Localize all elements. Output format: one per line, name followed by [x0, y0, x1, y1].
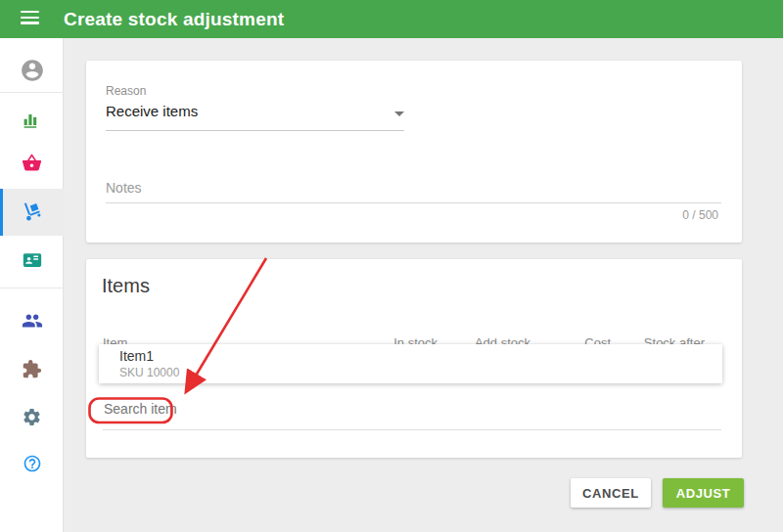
- suggestion-item-name: Item1: [119, 348, 154, 364]
- sidebar-item-inventory[interactable]: [0, 189, 64, 236]
- sidebar-item-apps[interactable]: [0, 345, 64, 392]
- adjustment-form-card: Reason Receive items Notes 0 / 500: [86, 61, 742, 243]
- search-underline: [103, 429, 721, 430]
- suggestion-item-sku: SKU 10000: [119, 366, 179, 379]
- hamburger-menu-icon[interactable]: [21, 11, 39, 26]
- reason-selected-value: Receive items: [106, 103, 198, 119]
- account-circle-icon: [20, 58, 45, 83]
- hand-truck-icon: [22, 201, 43, 223]
- suggestion-item[interactable]: Item1 SKU 10000: [99, 344, 722, 383]
- notes-char-counter: 0 / 500: [682, 208, 718, 222]
- sidebar-item-settings[interactable]: [0, 393, 64, 440]
- bar-chart-icon: [22, 111, 42, 131]
- adjust-button[interactable]: ADJUST: [663, 478, 744, 508]
- item-suggestion-dropdown: Item1 SKU 10000: [99, 344, 722, 383]
- page-title: Create stock adjustment: [64, 0, 284, 38]
- reason-underline: [106, 130, 404, 131]
- help-icon: [23, 454, 42, 473]
- search-item-input[interactable]: [104, 397, 339, 421]
- app-bar: Create stock adjustment: [0, 0, 783, 38]
- people-icon: [22, 310, 43, 332]
- notes-input[interactable]: [106, 176, 721, 201]
- sidebar: [0, 38, 64, 532]
- notes-underline: [106, 202, 721, 203]
- sidebar-item-account[interactable]: [0, 47, 64, 94]
- cancel-button[interactable]: CANCEL: [571, 478, 651, 508]
- sidebar-item-reports[interactable]: [0, 97, 64, 144]
- puzzle-icon: [22, 359, 42, 379]
- sidebar-divider: [0, 288, 64, 288]
- sidebar-item-sales[interactable]: [0, 139, 64, 186]
- sidebar-item-help[interactable]: [0, 440, 64, 487]
- chevron-down-icon: [394, 111, 404, 116]
- shopping-basket-icon: [22, 153, 42, 173]
- contact-card-icon: [22, 249, 43, 271]
- sidebar-item-employees[interactable]: [0, 297, 64, 344]
- items-section-title: Items: [102, 275, 150, 297]
- create-stock-adjustment-screen: Create stock adjustment: [0, 0, 783, 532]
- reason-label: Reason: [106, 84, 146, 98]
- settings-gear-icon: [22, 407, 42, 427]
- sidebar-divider: [0, 92, 64, 93]
- sidebar-item-customers[interactable]: [0, 237, 64, 284]
